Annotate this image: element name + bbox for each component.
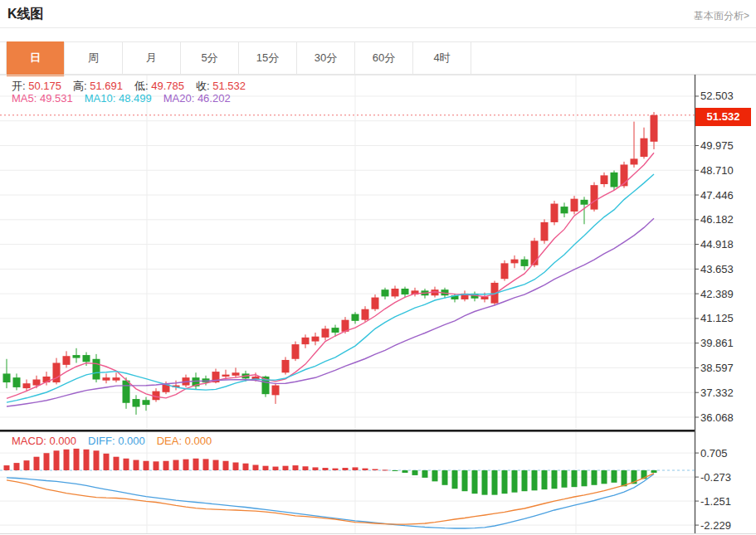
candle-body — [382, 289, 389, 296]
candle-body — [3, 373, 11, 382]
candle-body — [93, 359, 100, 380]
candle-body — [332, 328, 339, 333]
macd-bars-layer — [4, 449, 657, 528]
candle-body — [13, 377, 21, 387]
axis-label: -2.229 — [700, 519, 731, 532]
axis-label: -1.251 — [700, 495, 731, 508]
candle-body — [501, 263, 509, 279]
candle-body — [222, 375, 230, 377]
macd-bar — [502, 470, 508, 494]
candle-body — [23, 383, 31, 388]
macd-bar — [154, 461, 159, 470]
ma5-line — [7, 153, 654, 398]
macd-bar — [422, 470, 428, 478]
candle-body — [591, 185, 598, 209]
axis-label: 37.332 — [700, 387, 734, 399]
macd-bar — [144, 461, 149, 470]
candle-body — [631, 158, 638, 164]
macd-bar — [552, 470, 558, 489]
axis-label: 49.975 — [700, 139, 734, 152]
candle-body — [282, 360, 290, 372]
macd-bar — [84, 450, 90, 470]
candle-body — [113, 377, 120, 381]
candle-body — [33, 380, 41, 386]
macd-bar — [452, 470, 458, 489]
axis-label: 41.125 — [700, 312, 734, 324]
macd-bar — [651, 470, 657, 473]
macd-bar — [572, 470, 578, 487]
macd-bar — [482, 470, 488, 495]
macd-bar — [412, 470, 418, 475]
macd-bar — [213, 460, 219, 470]
candle-body — [601, 175, 608, 184]
axis-label: 52.503 — [700, 90, 734, 102]
axis-label: 36.068 — [700, 411, 734, 424]
candle-body — [302, 338, 310, 344]
macd-bar — [263, 466, 269, 470]
candle-body — [352, 314, 359, 321]
candle-body — [511, 260, 519, 264]
macd-bar — [134, 460, 139, 470]
candle-body — [571, 199, 578, 212]
macd-bar — [223, 461, 229, 470]
macd-bar — [243, 464, 249, 470]
macd-bar — [582, 470, 588, 486]
candle-body — [392, 289, 399, 296]
macd-bar — [183, 460, 189, 470]
macd-bar — [542, 470, 548, 489]
candle-body — [143, 400, 150, 405]
axis-label: 42.389 — [700, 288, 734, 300]
candle-body — [123, 381, 130, 403]
macd-bar — [492, 470, 498, 495]
kline-chart-canvas[interactable]: 52.50351.23949.97548.71047.44646.18244.9… — [0, 0, 756, 535]
candle-body — [641, 139, 648, 157]
candle-body — [83, 355, 90, 362]
macd-bar — [114, 457, 119, 470]
candle-body — [651, 115, 658, 142]
macd-bar — [233, 463, 239, 470]
macd-bar — [303, 466, 309, 470]
macd-bar — [442, 470, 448, 485]
axis-label: 44.918 — [700, 238, 734, 250]
macd-bar — [592, 470, 597, 485]
macd-bar — [432, 470, 438, 481]
macd-bar — [373, 469, 378, 470]
macd-bar — [124, 459, 129, 470]
macd-bar — [522, 470, 528, 491]
macd-bar — [54, 450, 60, 470]
macd-bar — [163, 461, 169, 470]
macd-bar — [193, 459, 199, 470]
macd-bar — [64, 450, 70, 470]
candle-body — [581, 200, 588, 205]
macd-bar — [273, 467, 279, 470]
candle-body — [561, 207, 568, 213]
candle-body — [611, 173, 618, 187]
candle-body — [272, 386, 280, 396]
candles-layer — [3, 112, 658, 415]
candle-body — [541, 222, 549, 241]
ma-lines-layer — [7, 153, 654, 406]
macd-bar — [173, 460, 179, 470]
macd-bar — [602, 470, 607, 484]
current-price-tag: 51.532 — [695, 108, 751, 126]
macd-bar — [622, 470, 627, 486]
macd-bar — [343, 468, 349, 470]
macd-bar — [462, 470, 468, 491]
macd-bar — [363, 469, 368, 470]
axis-label: 38.597 — [700, 362, 734, 374]
macd-bar — [472, 470, 478, 494]
macd-bar — [253, 464, 259, 470]
macd-bar — [4, 465, 10, 470]
axis-label: 48.710 — [700, 164, 734, 177]
candle-body — [103, 377, 110, 381]
axis-label: 0.705 — [700, 447, 728, 460]
candle-body — [312, 337, 319, 342]
axis-label: 39.861 — [700, 337, 734, 349]
macd-bar — [44, 453, 50, 470]
macd-bar — [532, 470, 538, 490]
axis-label: -0.273 — [700, 471, 731, 484]
axis-label: 47.446 — [700, 189, 734, 202]
macd-bar — [203, 459, 209, 470]
candle-body — [322, 328, 329, 338]
macd-bar — [34, 457, 40, 470]
